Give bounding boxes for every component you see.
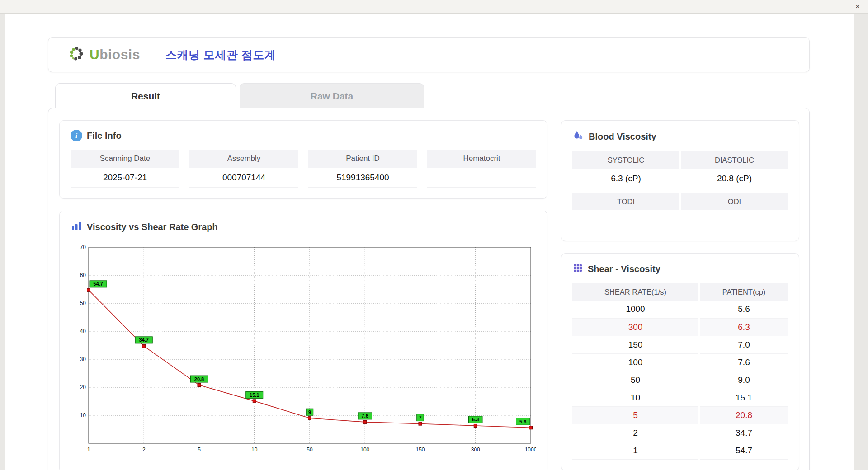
table-row: 154.7 — [572, 442, 788, 459]
ubiosis-logo: Ubiosis — [67, 45, 140, 65]
left-column: i File Info Scanning Date 2025-07-21 Ass… — [59, 120, 547, 470]
svg-text:9: 9 — [308, 409, 311, 415]
svg-text:70: 70 — [80, 244, 86, 250]
svg-text:6.3: 6.3 — [472, 417, 479, 422]
field-label: Patient ID — [308, 150, 417, 168]
svg-text:100: 100 — [360, 446, 369, 453]
col-shear-rate: SHEAR RATE(1/s) — [572, 283, 699, 301]
svg-text:60: 60 — [80, 272, 86, 278]
tab-raw-data[interactable]: Raw Data — [240, 83, 424, 108]
svg-text:2: 2 — [142, 446, 146, 453]
blood-viscosity-title: Blood Viscosity — [589, 132, 656, 142]
patient-cell: 5.6 — [699, 301, 788, 318]
patient-cell: 7.6 — [699, 353, 788, 371]
shear-rate-cell: 50 — [572, 371, 699, 389]
svg-text:7: 7 — [419, 415, 421, 420]
table-row: 1507.0 — [572, 336, 788, 353]
table-row: 234.7 — [572, 424, 788, 442]
svg-text:5.6: 5.6 — [519, 419, 526, 424]
table-row: 1015.1 — [572, 389, 788, 406]
field-label: Scanning Date — [71, 150, 179, 168]
tab-result[interactable]: Result — [55, 83, 236, 108]
window-titlebar: × — [0, 0, 868, 14]
field-value: 51991365400 — [308, 168, 417, 188]
shear-rate-cell: 5 — [572, 406, 699, 424]
bar-chart-icon — [71, 220, 82, 234]
logo-text: Ubiosis — [90, 47, 140, 62]
viscosity-graph-card: Viscosity vs Shear Rate Graph 1020304050… — [59, 211, 547, 470]
field-value: 000707144 — [189, 168, 298, 188]
shear-rate-cell: 150 — [572, 336, 699, 353]
app-header: Ubiosis 스캐닝 모세관 점도계 — [48, 37, 810, 72]
svg-text:7.6: 7.6 — [362, 413, 368, 418]
shear-rate-cell: 2 — [572, 424, 699, 442]
field-value: 2025-07-21 — [71, 168, 179, 188]
systolic-label: SYSTOLIC — [572, 151, 679, 169]
svg-text:20: 20 — [80, 384, 86, 390]
svg-text:50: 50 — [80, 300, 86, 306]
logo-dots-icon — [67, 45, 86, 65]
droplet-icon — [572, 130, 584, 143]
field-value — [427, 168, 536, 188]
shear-viscosity-title: Shear - Viscosity — [588, 264, 660, 274]
odi-label: ODI — [681, 193, 788, 210]
shear-viscosity-table: SHEAR RATE(1/s) PATIENT(cp) 10005.6 3006… — [572, 283, 788, 460]
table-row: 10005.6 — [572, 301, 788, 318]
svg-text:10: 10 — [251, 446, 258, 453]
shear-rate-cell: 300 — [572, 318, 699, 336]
patient-cell: 34.7 — [699, 424, 788, 442]
file-info-card: i File Info Scanning Date 2025-07-21 Ass… — [59, 120, 547, 199]
close-icon[interactable]: × — [853, 2, 863, 12]
patient-cell: 15.1 — [699, 389, 788, 406]
field-assembly: Assembly 000707144 — [189, 150, 298, 188]
field-patient-id: Patient ID 51991365400 — [308, 150, 417, 188]
logo-text-u: U — [90, 47, 99, 62]
svg-text:1000: 1000 — [525, 446, 536, 453]
todi-value: – — [572, 210, 679, 230]
blood-viscosity-grid: SYSTOLIC DIASTOLIC 6.3 (cP) 20.8 (cP) TO… — [572, 151, 788, 230]
table-row: 1007.6 — [572, 353, 788, 371]
odi-value: – — [681, 210, 788, 230]
field-label: Hematocrit — [427, 150, 536, 168]
info-icon: i — [71, 130, 82, 141]
file-info-fields: Scanning Date 2025-07-21 Assembly 000707… — [71, 150, 536, 188]
table-row: 509.0 — [572, 371, 788, 389]
result-panel: i File Info Scanning Date 2025-07-21 Ass… — [48, 108, 810, 470]
patient-cell: 9.0 — [699, 371, 788, 389]
file-info-title: File Info — [87, 131, 122, 141]
app-title: 스캐닝 모세관 점도계 — [165, 47, 276, 62]
svg-text:54.7: 54.7 — [93, 281, 103, 287]
table-icon — [572, 263, 583, 275]
svg-text:30: 30 — [80, 356, 86, 362]
svg-text:1: 1 — [87, 446, 90, 453]
field-label: Assembly — [189, 150, 298, 168]
col-patient: PATIENT(cp) — [699, 283, 788, 301]
right-column: Blood Viscosity SYSTOLIC DIASTOLIC 6.3 (… — [561, 120, 799, 470]
field-hematocrit: Hematocrit — [427, 150, 536, 188]
tab-bar: Result Raw Data — [48, 83, 810, 108]
svg-text:15.1: 15.1 — [250, 392, 259, 398]
systolic-value: 6.3 (cP) — [572, 169, 679, 188]
svg-text:40: 40 — [80, 328, 86, 334]
shear-viscosity-card: Shear - Viscosity SHEAR RATE(1/s) PATIEN… — [561, 253, 799, 470]
viscosity-chart: 102030405060701251050100150300100054.734… — [71, 242, 536, 460]
app-page: Ubiosis 스캐닝 모세관 점도계 Result Raw Data i Fi… — [5, 14, 854, 470]
blood-viscosity-card: Blood Viscosity SYSTOLIC DIASTOLIC 6.3 (… — [561, 120, 799, 241]
table-row: 3006.3 — [572, 318, 788, 336]
shear-rate-cell: 1000 — [572, 301, 699, 318]
logo-text-rest: biosis — [99, 47, 140, 62]
diastolic-label: DIASTOLIC — [681, 151, 788, 169]
shear-rate-cell: 100 — [572, 353, 699, 371]
svg-text:50: 50 — [307, 446, 313, 453]
shear-rate-cell: 1 — [572, 442, 699, 459]
graph-title: Viscosity vs Shear Rate Graph — [87, 222, 218, 232]
patient-cell: 7.0 — [699, 336, 788, 353]
patient-cell: 6.3 — [699, 318, 788, 336]
svg-text:34.7: 34.7 — [139, 337, 149, 343]
shear-rate-cell: 10 — [572, 389, 699, 406]
field-scanning-date: Scanning Date 2025-07-21 — [71, 150, 179, 188]
svg-text:10: 10 — [80, 412, 86, 418]
patient-cell: 20.8 — [699, 406, 788, 424]
table-row: 520.8 — [572, 406, 788, 424]
diastolic-value: 20.8 (cP) — [681, 169, 788, 188]
